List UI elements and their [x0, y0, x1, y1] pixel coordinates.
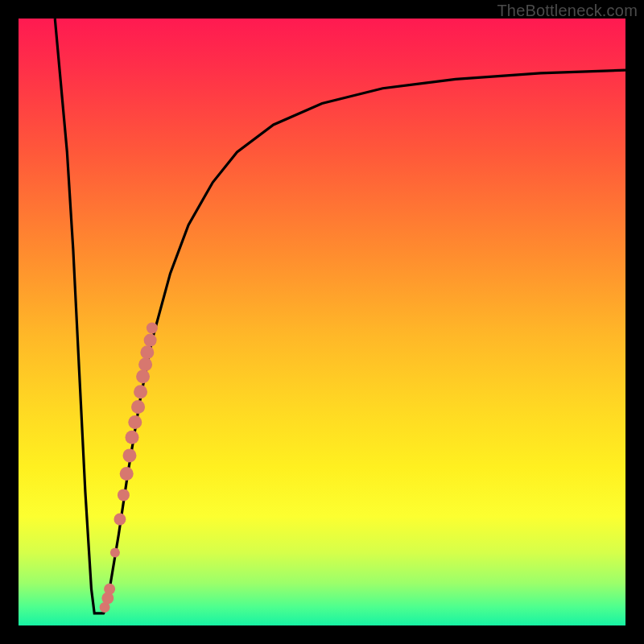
highlighted-dot — [138, 357, 152, 371]
highlighted-dot — [120, 467, 134, 481]
highlighted-dot — [136, 369, 150, 383]
highlighted-dot — [104, 584, 115, 595]
chart-frame: TheBottleneck.com — [0, 0, 644, 644]
highlighted-dot — [118, 489, 130, 501]
highlighted-dot — [128, 415, 142, 429]
bottleneck-curve — [55, 19, 625, 613]
highlighted-dot — [134, 385, 147, 398]
highlighted-dot — [147, 323, 158, 334]
highlighted-dot — [114, 514, 126, 526]
highlighted-dot — [144, 334, 157, 347]
highlighted-dot — [131, 400, 145, 414]
highlighted-dot — [110, 548, 120, 558]
highlighted-dot — [126, 431, 139, 444]
chart-overlay — [19, 19, 625, 625]
highlighted-dot — [140, 345, 154, 359]
highlighted-dots-group — [100, 323, 158, 613]
highlighted-dot — [122, 448, 136, 462]
watermark-text: TheBottleneck.com — [497, 2, 638, 20]
